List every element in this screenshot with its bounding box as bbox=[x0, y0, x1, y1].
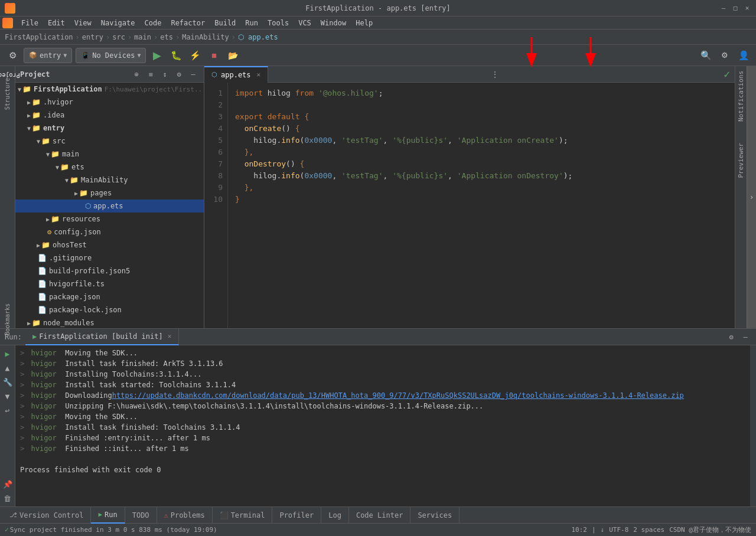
run-build-button[interactable]: 🔧 bbox=[2, 376, 14, 388]
menu-navigate[interactable]: Navigate bbox=[96, 18, 140, 28]
idea-folder[interactable]: 📁 .idea bbox=[15, 109, 204, 122]
version-control-tab[interactable]: ⎇ Version Control bbox=[2, 507, 91, 524]
entry-folder[interactable]: 📁 entry bbox=[15, 122, 204, 135]
hvigor-folder[interactable]: 📁 .hvigor bbox=[15, 96, 204, 109]
breadcrumb-main[interactable]: main bbox=[134, 33, 151, 41]
run-tab[interactable]: ▶ Run bbox=[91, 507, 125, 524]
menu-build[interactable]: Build bbox=[210, 18, 240, 28]
run-scrollbar[interactable] bbox=[750, 345, 756, 506]
previewer-panel-toggle[interactable]: Previewer bbox=[735, 138, 747, 183]
pages-folder[interactable]: 📁 pages bbox=[15, 187, 204, 200]
entry-gitignore-file[interactable]: 📄 .gitignore bbox=[15, 251, 204, 264]
hide-panel-button[interactable]: — bbox=[187, 68, 199, 80]
collapse-all-button[interactable]: ≡ bbox=[145, 68, 157, 80]
breadcrumb-entry[interactable]: entry bbox=[82, 33, 103, 41]
ets-folder[interactable]: 📁 ets bbox=[15, 161, 204, 174]
run-tab-active[interactable]: ▶ FirstApplication [build init] ✕ bbox=[25, 329, 179, 345]
run-play-button[interactable]: ▶ bbox=[2, 348, 14, 359]
run-filter-button[interactable]: 🗑 bbox=[2, 492, 14, 504]
menu-run[interactable]: Run bbox=[240, 18, 263, 28]
code-linter-tab[interactable]: Code Linter bbox=[349, 507, 410, 524]
main-ability-folder[interactable]: 📁 MainAbility bbox=[15, 174, 204, 187]
menu-edit[interactable]: Edit bbox=[43, 18, 70, 28]
menu-code[interactable]: Code bbox=[140, 18, 167, 28]
output-line-3: > hvigor Installing Toolchains:3.1.1.4..… bbox=[20, 369, 745, 380]
output-line-9: > hvigor Finished :entry:init... after 1… bbox=[20, 433, 745, 443]
ohos-test-folder[interactable]: 📁 ohosTest bbox=[15, 238, 204, 251]
app-ets-tab[interactable]: ⬡ app.ets ✕ bbox=[204, 66, 268, 83]
output-line-1: > hvigor Moving the SDK... bbox=[20, 348, 745, 358]
bottom-settings-button[interactable]: ⚙ bbox=[725, 331, 737, 343]
close-button[interactable]: ✕ bbox=[743, 4, 751, 12]
breadcrumb-main-ability[interactable]: MainAbility bbox=[182, 33, 229, 41]
open-project-button[interactable]: 📂 bbox=[225, 48, 240, 63]
search-everywhere-button[interactable]: 🔍 bbox=[698, 48, 713, 63]
breadcrumb-app-ets[interactable]: ⬡ app.ets bbox=[238, 33, 278, 41]
run-tab-close-button[interactable]: ✕ bbox=[168, 332, 172, 340]
no-devices-selector[interactable]: 📱 No Devices ▼ bbox=[76, 48, 146, 63]
stop-button[interactable]: ■ bbox=[206, 48, 221, 63]
build-profile-file[interactable]: 📄 build-profile.json5 bbox=[15, 264, 204, 277]
bottom-tab-bar: Run: ▶ FirstApplication [build init] ✕ ⚙… bbox=[0, 329, 756, 345]
minimize-button[interactable]: — bbox=[719, 4, 728, 12]
todo-tab[interactable]: TODO bbox=[125, 507, 157, 524]
entry-selector[interactable]: 📦 entry ▼ bbox=[24, 48, 72, 63]
run-scroll-down-button[interactable]: ▼ bbox=[2, 390, 14, 402]
package-json-file[interactable]: 📄 package.json bbox=[15, 290, 204, 303]
breadcrumb-first-application[interactable]: FirstApplication bbox=[5, 33, 73, 41]
resources-folder[interactable]: 📁 resources bbox=[15, 213, 204, 225]
tabs-more-button[interactable]: ⋮ bbox=[489, 68, 501, 80]
project-panel-title: Project bbox=[20, 70, 50, 79]
profiler-tab[interactable]: Profiler bbox=[272, 507, 321, 524]
settings-button[interactable]: ⚙ bbox=[717, 48, 732, 63]
package-lock-json-file[interactable]: 📄 package-lock.json bbox=[15, 303, 204, 316]
right-expand-button[interactable]: › bbox=[747, 66, 756, 328]
breadcrumb-ets[interactable]: ets bbox=[160, 33, 173, 41]
debug-button[interactable]: 🐛 bbox=[168, 48, 184, 63]
tab-close-button[interactable]: ✕ bbox=[257, 71, 261, 79]
node-modules-folder[interactable]: 📁 node_modules bbox=[15, 316, 204, 328]
csdn-label: CSDN @君子使物，不为物使 bbox=[669, 525, 751, 534]
run-scroll-up-button[interactable]: ▲ bbox=[2, 362, 14, 374]
bookmarks-icon[interactable]: Bookmarks bbox=[1, 313, 14, 326]
log-tab[interactable]: Log bbox=[321, 507, 349, 524]
menu-refactor[interactable]: Refactor bbox=[166, 18, 210, 28]
validation-checkmark: ✓ bbox=[724, 68, 730, 80]
structure-icon[interactable]: Structure bbox=[1, 87, 14, 100]
hvigorfile-ts-file[interactable]: 📄 hvigorfile.ts bbox=[15, 277, 204, 290]
config-json-file[interactable]: ⚙ config.json bbox=[15, 225, 204, 238]
services-tab[interactable]: Services bbox=[410, 507, 460, 524]
code-content[interactable]: import hilog from '@ohos.hilog'; export … bbox=[228, 83, 735, 328]
menu-tools[interactable]: Tools bbox=[263, 18, 294, 28]
run-wrap-button[interactable]: ↩ bbox=[2, 404, 14, 416]
notifications-panel-toggle[interactable]: Notifications bbox=[735, 66, 747, 126]
sort-button[interactable]: ↕ bbox=[159, 68, 171, 80]
terminal-tab[interactable]: ⬛ Terminal bbox=[213, 507, 273, 524]
problems-tab[interactable]: ⚠ Problems bbox=[157, 507, 213, 524]
output-blank bbox=[20, 454, 745, 465]
account-button[interactable]: 👤 bbox=[736, 48, 751, 63]
bottom-hide-button[interactable]: — bbox=[739, 331, 751, 343]
output-line-4: > hvigor Install task started: Toolchain… bbox=[20, 380, 745, 390]
run-icon: ▶ bbox=[98, 511, 102, 518]
menu-vcs[interactable]: VCS bbox=[294, 18, 316, 28]
menu-window[interactable]: Window bbox=[316, 18, 351, 28]
tree-root[interactable]: 📁 FirstApplication F:\huawei\project\Fir… bbox=[15, 83, 204, 96]
src-folder[interactable]: 📁 src bbox=[15, 135, 204, 148]
breadcrumb-src[interactable]: src bbox=[112, 33, 125, 41]
right-chevron-icon: › bbox=[750, 193, 754, 201]
settings-icon-button[interactable]: ⚙ bbox=[5, 48, 20, 63]
maximize-button[interactable]: □ bbox=[731, 4, 739, 12]
code-editor[interactable]: 1 2 3 4 5 6 7 8 9 10 import hilog from '… bbox=[204, 83, 735, 328]
run-button[interactable]: ▶ bbox=[149, 48, 165, 63]
output-line-2: > hvigor Install task finished: ArkTS 3.… bbox=[20, 358, 745, 369]
menu-help[interactable]: Help bbox=[351, 18, 377, 28]
profile-button[interactable]: ⚡ bbox=[187, 48, 203, 63]
run-pin-button[interactable]: 📌 bbox=[2, 478, 14, 490]
main-folder[interactable]: 📁 main bbox=[15, 148, 204, 161]
menu-view[interactable]: View bbox=[70, 18, 96, 28]
app-ets-file[interactable]: ⬡ app.ets bbox=[15, 200, 204, 213]
locate-file-button[interactable]: ⊕ bbox=[131, 68, 142, 80]
menu-file[interactable]: File bbox=[17, 18, 43, 28]
panel-settings-button[interactable]: ⚙ bbox=[173, 68, 185, 80]
